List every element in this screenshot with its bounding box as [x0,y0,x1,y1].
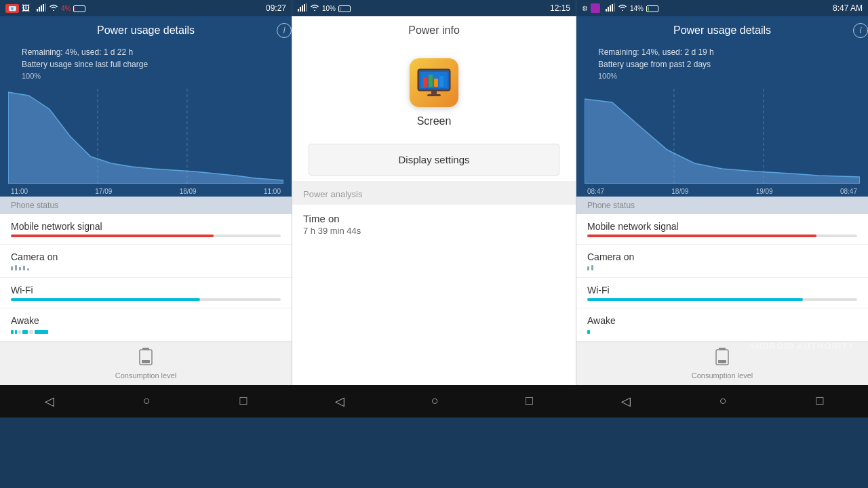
info-button-left[interactable]: i [277,23,292,38]
svg-rect-12 [610,5,611,12]
svg-rect-2 [41,5,42,12]
left-100pct: 100% [22,70,270,82]
left-back-button[interactable]: ◁ [31,388,68,414]
right-nav-section: ◁ ○ □ [576,388,868,414]
left-wifi-label: Wi-Fi [11,285,281,296]
left-nav-section: ◁ ○ □ [0,388,292,414]
svg-rect-11 [608,7,609,12]
svg-rect-28 [427,94,441,96]
right-mobile-signal-bar [587,235,857,237]
status-bar-center: 10% 12:15 [292,0,576,16]
left-chart-labels: 11:00 17/09 18/09 11:00 [8,186,283,197]
left-battery-usage-label: Battery usage since last full charge [22,58,270,70]
left-camera-label: Camera on [11,251,281,262]
svg-rect-1 [39,7,40,12]
wifi-icon-right [618,4,627,12]
right-remaining: Remaining: 14%, used: 2 d 19 h [598,46,846,58]
svg-rect-26 [439,76,443,87]
left-wifi-bar [11,298,281,301]
app-icon-right [591,3,600,13]
svg-rect-0 [37,9,38,12]
svg-rect-8 [304,4,305,12]
svg-rect-10 [606,9,607,12]
left-mobile-signal-bar [11,235,281,237]
bottom-navigation: ◁ ○ □ ◁ ○ □ ◁ ○ □ [0,385,868,418]
status-bar-left: 📧 🖼 4% 09:27 [0,0,292,16]
svg-rect-14 [614,3,615,12]
left-phone-status: Phone status [0,197,292,214]
right-phone-status: Phone status [576,197,868,214]
time-right: 8:47 AM [833,3,863,13]
center-panel: Power info [292,16,576,385]
right-home-button[interactable]: ○ [706,388,741,413]
app-icon-area: Screen [292,42,576,138]
right-wifi-row: Wi-Fi [576,278,868,308]
left-awake-row: Awake [0,308,292,342]
right-awake-label: Awake [587,315,857,326]
left-mobile-signal-row: Mobile network signal [0,214,292,245]
wifi-icon-left [49,4,58,12]
center-recent-button[interactable]: □ [512,388,547,413]
time-left: 09:27 [266,3,286,13]
left-panel: Power usage details Remaining: 4%, used:… [0,16,292,385]
wifi-icon-center [310,4,319,12]
signal-icon-right [606,3,615,13]
right-wifi-bar [587,298,857,301]
center-title: Power info [292,16,576,42]
right-panel: Power usage details Remaining: 14%, used… [576,16,868,385]
battery-icon-right [646,4,658,12]
app-icon [410,58,458,107]
svg-rect-33 [718,360,726,363]
left-awake-label: Awake [11,315,281,326]
status-bar-right: ⚙ 14% 8:47 AM [576,0,868,16]
left-panel-title: Power usage details [11,16,281,42]
svg-rect-27 [431,91,437,94]
battery-pct-center: 10% [322,5,336,12]
right-mobile-signal-row: Mobile network signal [576,214,868,245]
right-chart: 08:47 18/09 19/09 08:47 [576,86,868,197]
left-recent-button[interactable]: □ [226,388,260,413]
battery-icon-center [338,4,351,12]
right-chart-labels: 08:47 18/09 19/09 08:47 [585,186,860,197]
right-camera-label: Camera on [587,251,857,262]
left-chart: 11:00 17/09 18/09 11:00 [0,86,292,197]
settings-icon-right: ⚙ [582,5,588,12]
display-settings-button[interactable]: Display settings [309,144,559,176]
time-on-label: Time on [303,213,565,224]
battery-pct-left: 4% [61,5,71,12]
right-mobile-signal-label: Mobile network signal [587,221,857,232]
svg-rect-3 [43,4,44,12]
right-back-button[interactable]: ◁ [608,388,644,414]
right-awake-row: Awake [576,308,868,342]
right-recent-button[interactable]: □ [802,388,837,413]
consumption-label-left: Consumption level [115,371,177,380]
right-camera-row: Camera on [576,245,868,278]
time-center: 12:15 [550,3,570,13]
signal-icon [37,3,46,13]
consumption-icon-left [138,348,154,370]
time-on-value: 7 h 39 min 44s [303,226,565,236]
right-panel-title: Power usage details [587,16,857,42]
right-wifi-label: Wi-Fi [587,285,857,296]
right-consumption: Consumption level [576,342,868,385]
screenshot-icon: 🖼 [22,3,30,13]
app-name: Screen [417,115,452,127]
consumption-icon-right [714,348,730,370]
svg-rect-6 [300,7,301,12]
left-home-button[interactable]: ○ [130,388,164,413]
center-nav-section: ◁ ○ □ [292,388,576,414]
svg-rect-24 [429,75,433,87]
info-button-right[interactable]: i [853,23,868,38]
time-on-row: Time on 7 h 39 min 44s [292,205,576,244]
svg-rect-25 [434,79,438,87]
left-mobile-signal-label: Mobile network signal [11,221,281,232]
left-remaining: Remaining: 4%, used: 1 d 22 h [22,46,270,58]
svg-rect-9 [306,3,307,12]
svg-rect-7 [302,5,303,12]
center-home-button[interactable]: ○ [418,388,452,413]
svg-rect-23 [423,77,427,87]
svg-rect-13 [612,4,613,12]
center-back-button[interactable]: ◁ [321,388,358,414]
battery-icon-left [73,4,85,12]
svg-rect-5 [298,9,299,12]
